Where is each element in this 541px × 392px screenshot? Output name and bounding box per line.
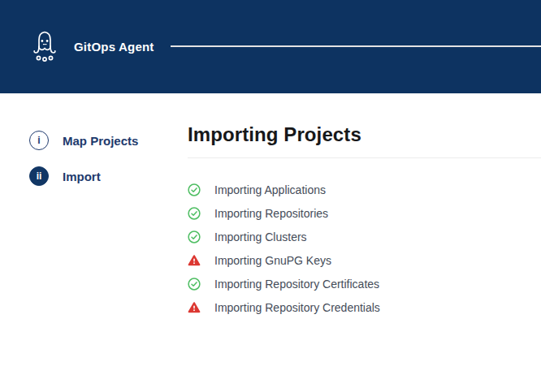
step-1-label: Map Projects [63,134,138,148]
check-circle-icon [188,207,201,220]
section-divider [188,157,541,158]
import-status-row: Importing GnuPG Keys [188,248,541,272]
import-item-label: Importing Clusters [214,230,307,243]
page-title: Importing Projects [188,123,541,146]
import-status-row: Importing Clusters [188,225,541,248]
import-status-list: Importing Applications Importing Reposit… [188,178,541,319]
import-status-row: Importing Repository Certificates [188,272,541,295]
import-status-row: Importing Repository Credentials [188,295,541,319]
import-status-row: Importing Applications [188,178,541,201]
step-1-numeral: i [37,135,40,146]
import-status-row: Importing Repositories [188,201,541,225]
app-header: GitOps Agent [0,0,541,93]
import-item-label: Importing GnuPG Keys [214,254,331,267]
import-item-label: Importing Repository Credentials [214,301,380,314]
step-2-numeral: ii [37,170,42,182]
step-2-label: Import [63,170,101,183]
step-map-projects[interactable]: i Map Projects [29,131,188,150]
warning-triangle-icon [188,301,201,314]
main-content: Importing Projects Importing Application… [188,93,541,392]
check-circle-icon [188,183,201,196]
header-rule [171,45,541,47]
import-item-label: Importing Repository Certificates [214,278,379,291]
step-import[interactable]: ii Import [29,166,188,186]
check-circle-icon [188,278,201,291]
app-window: GitOps Agent i Map Projects ii Import Im… [0,0,541,392]
warning-triangle-icon [188,254,201,267]
step-2-badge: ii [29,166,49,186]
check-circle-icon [188,230,201,243]
step-1-badge: i [29,131,49,150]
page-body: i Map Projects ii Import Importing Proje… [0,93,541,392]
import-item-label: Importing Applications [214,183,326,196]
import-item-label: Importing Repositories [214,207,328,220]
brand-title: GitOps Agent [74,40,154,54]
octopus-logo-icon [31,29,58,65]
wizard-steps: i Map Projects ii Import [0,93,188,392]
